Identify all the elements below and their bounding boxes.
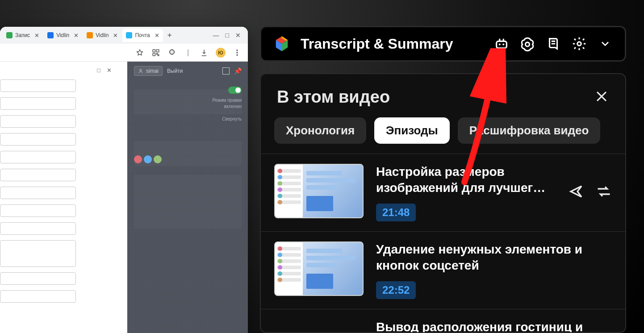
- inner-close-icon[interactable]: ✕: [107, 67, 112, 74]
- user-chip[interactable]: simai: [134, 66, 163, 76]
- inner-maximize-icon[interactable]: □: [97, 67, 100, 74]
- toggle-label: включен: [224, 104, 242, 109]
- tab-close-icon[interactable]: ✕: [113, 32, 118, 39]
- browser-tab[interactable]: Vidlin ✕: [44, 29, 82, 42]
- episode-title: Настройка размеров изображений для лучше…: [376, 164, 556, 196]
- avatar-dot: [154, 155, 162, 163]
- pin-icon[interactable]: 📌: [234, 67, 242, 75]
- episode-item[interactable]: Настройка размеров изображений для лучше…: [261, 154, 625, 232]
- episode-item[interactable]: Вывод расположения гостиниц и: [261, 309, 625, 332]
- logout-link[interactable]: Выйти: [167, 68, 183, 74]
- episode-timestamp[interactable]: 22:52: [376, 281, 416, 299]
- episode-item[interactable]: Удаление ненужных элементов и кнопок соц…: [261, 232, 625, 309]
- text-field[interactable]: [0, 115, 76, 128]
- textarea-field[interactable]: [0, 240, 76, 267]
- avatar-dot: [144, 155, 152, 163]
- favicon-icon: [87, 32, 93, 38]
- window-minimize-icon[interactable]: —: [213, 32, 219, 39]
- kebab-menu-icon[interactable]: [233, 48, 242, 57]
- favicon-icon: [47, 32, 54, 38]
- qr-icon[interactable]: [151, 48, 160, 57]
- openai-icon[interactable]: [519, 36, 535, 52]
- favicon-icon: [126, 32, 132, 38]
- window-controls: — □ ✕: [213, 32, 245, 39]
- settings-gear-icon[interactable]: [571, 36, 587, 52]
- share-icon[interactable]: [568, 183, 584, 201]
- extension-toolbar: Transcript & Summary: [260, 26, 626, 62]
- svg-rect-0: [153, 50, 155, 52]
- chevron-down-icon[interactable]: [597, 36, 613, 52]
- text-field[interactable]: [0, 169, 76, 181]
- extension-logo-icon: [273, 35, 291, 53]
- episode-thumbnail: [274, 319, 364, 328]
- tab-label: Vidlin: [96, 32, 109, 38]
- segmented-tabs: Хронология Эпизоды Расшифровка видео: [261, 115, 625, 154]
- scroll-icon[interactable]: [545, 36, 561, 52]
- browser-tab[interactable]: Почта ✕: [122, 29, 163, 42]
- episode-thumbnail: [274, 164, 364, 218]
- text-field[interactable]: [0, 97, 76, 110]
- text-field[interactable]: [0, 151, 76, 163]
- tab-transcript[interactable]: Расшифровка видео: [458, 117, 601, 144]
- form-fields: [0, 79, 76, 303]
- tab-chronology[interactable]: Хронология: [274, 117, 366, 144]
- episode-title: Удаление ненужных элементов и кнопок соц…: [376, 241, 612, 274]
- text-field[interactable]: [0, 79, 76, 92]
- close-icon[interactable]: [594, 89, 609, 106]
- extension-title: Transcript & Summary: [301, 36, 484, 52]
- inner-window-controls: □ ✕: [97, 67, 112, 74]
- episode-title: Вывод расположения гостиниц и: [376, 319, 612, 332]
- tab-label: Почта: [135, 32, 150, 38]
- browser-window: Запис ✕ Vidlin ✕ Vidlin ✕ Почта ✕ + — □ …: [0, 27, 248, 333]
- svg-point-8: [499, 43, 501, 45]
- text-field[interactable]: [0, 222, 76, 235]
- browser-tab[interactable]: Запис ✕: [3, 29, 43, 42]
- text-field[interactable]: [0, 133, 76, 146]
- edit-mode-toggle[interactable]: [228, 87, 242, 94]
- text-field[interactable]: [0, 290, 76, 303]
- svg-point-9: [502, 43, 504, 45]
- star-icon[interactable]: [135, 48, 144, 57]
- repeat-icon[interactable]: [596, 183, 612, 201]
- tab-close-icon[interactable]: ✕: [34, 32, 39, 39]
- window-maximize-icon[interactable]: □: [226, 32, 229, 39]
- svg-point-11: [577, 42, 581, 46]
- svg-point-6: [140, 69, 142, 71]
- text-field[interactable]: [0, 204, 76, 217]
- favicon-icon: [6, 32, 13, 38]
- profile-avatar[interactable]: Ю: [216, 48, 226, 58]
- svg-rect-2: [153, 53, 155, 55]
- episode-list: Настройка размеров изображений для лучше…: [261, 154, 625, 332]
- browser-tabstrip: Запис ✕ Vidlin ✕ Vidlin ✕ Почта ✕ + — □ …: [0, 27, 248, 44]
- svg-rect-1: [157, 50, 159, 52]
- avatar-dot: [134, 155, 142, 163]
- user-name: simai: [146, 68, 159, 74]
- collapse-link[interactable]: Свернуть: [222, 117, 242, 121]
- window-close-icon[interactable]: ✕: [235, 32, 241, 39]
- download-icon[interactable]: [200, 48, 209, 57]
- svg-rect-7: [497, 41, 507, 48]
- episode-timestamp[interactable]: 21:48: [376, 204, 416, 221]
- panel-title: В этом видео: [277, 87, 390, 107]
- svg-point-5: [237, 54, 238, 55]
- svg-point-4: [237, 52, 238, 53]
- browser-tab[interactable]: Vidlin ✕: [83, 29, 121, 42]
- new-tab-button[interactable]: +: [164, 29, 176, 41]
- svg-point-3: [237, 50, 238, 51]
- tab-close-icon[interactable]: ✕: [155, 32, 159, 39]
- tab-episodes[interactable]: Эпизоды: [374, 117, 450, 144]
- text-field[interactable]: [0, 187, 76, 199]
- tab-label: Vidlin: [56, 32, 69, 38]
- extension-icon[interactable]: [167, 48, 176, 57]
- episode-thumbnail: [274, 241, 364, 296]
- avatar-strip: [134, 155, 162, 163]
- toggle-label: Режим правки: [213, 98, 242, 103]
- panel-toggle-icon[interactable]: [222, 67, 230, 75]
- svg-point-10: [525, 42, 529, 46]
- cms-block: [134, 175, 242, 229]
- page-content: □ ✕ simai Выйти 📌: [0, 62, 248, 333]
- text-field[interactable]: [0, 272, 76, 285]
- robot-icon[interactable]: [493, 36, 510, 52]
- tab-close-icon[interactable]: ✕: [74, 32, 79, 39]
- divider: |: [184, 48, 192, 57]
